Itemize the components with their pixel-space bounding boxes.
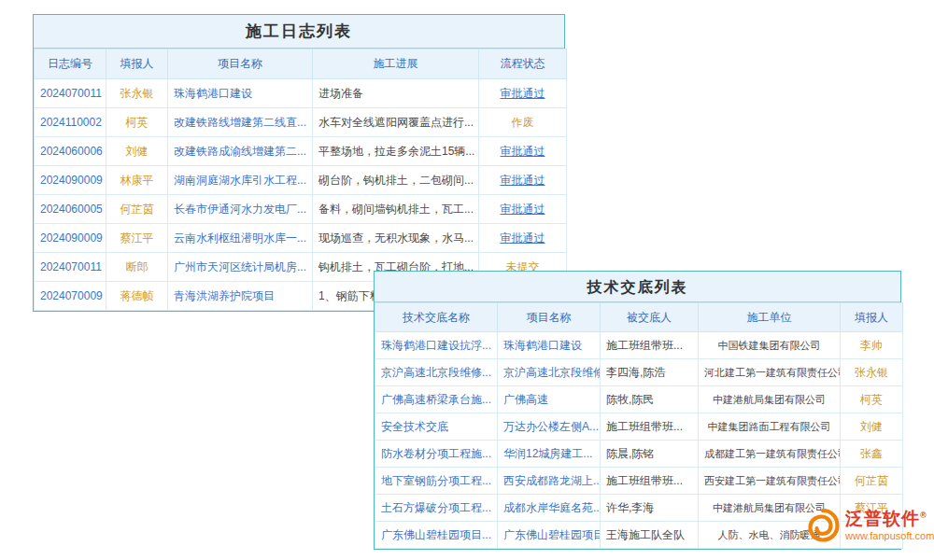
project-cell[interactable]: 长春市伊通河水力发电厂...: [168, 195, 313, 224]
registered-mark: ®: [920, 510, 927, 519]
unit-cell: 中国铁建集团有限公司: [699, 332, 841, 359]
progress-cell: 现场巡查，无积水现象，水马...: [313, 224, 479, 253]
reporter-cell: 柯英: [106, 108, 168, 137]
disclosure-name-cell[interactable]: 地下室钢筋分项工程...: [375, 468, 498, 495]
project-cell[interactable]: 华润12城房建工...: [498, 441, 601, 468]
progress-cell: 进场准备: [313, 79, 479, 108]
unit-cell: 成都建工第一建筑有限责任公司: [699, 441, 841, 468]
log-id-cell[interactable]: 2024060005: [35, 195, 106, 224]
reporter-cell: 蔡江平: [106, 224, 168, 253]
table-row: 2024110002 柯英 改建铁路线增建第二线直... 水车对全线遮阳网覆盖点…: [35, 108, 567, 137]
status-cell[interactable]: 审批通过: [479, 137, 567, 166]
receiver-cell: 施工班组带班...: [601, 413, 699, 441]
project-cell[interactable]: 广东佛山碧桂园项目: [498, 522, 601, 549]
project-cell[interactable]: 广州市天河区统计局机房...: [168, 253, 313, 282]
table-row: 2024060006 刘健 改建铁路成渝线增建第二... 平整场地，拉走多余泥土…: [35, 137, 567, 166]
disclosure-name-cell[interactable]: 珠海鹤港口建设抗浮...: [375, 332, 498, 359]
unit-cell: 西安建工第一建筑有限责任公司: [699, 468, 841, 495]
col-header-project: 项目名称: [498, 303, 601, 332]
log-id-cell[interactable]: 2024110002: [35, 108, 106, 137]
col-header-project: 项目名称: [168, 49, 313, 79]
construction-log-title: 施工日志列表: [34, 15, 564, 49]
progress-cell: 备料，砌间墙钩机排土，瓦工...: [313, 195, 479, 224]
disclosure-name-cell[interactable]: 广佛高速桥梁承台施...: [375, 386, 498, 413]
log-id-cell[interactable]: 2024060006: [35, 137, 106, 166]
tech-disclosure-header: 技术交底名称 项目名称 被交底人 施工单位 填报人: [375, 303, 903, 332]
project-cell[interactable]: 西安成都路龙湖上...: [498, 468, 601, 495]
col-header-receiver: 被交底人: [601, 303, 699, 332]
reporter-cell: 柯英: [841, 386, 903, 413]
disclosure-name-cell[interactable]: 防水卷材分项工程施...: [375, 441, 498, 468]
disclosure-name-cell[interactable]: 京沪高速北京段维修...: [375, 359, 498, 386]
table-row: 2024090009 蔡江平 云南水利枢纽潜明水库一... 现场巡查，无积水现象…: [35, 224, 567, 253]
log-id-cell[interactable]: 2024070011: [35, 79, 106, 108]
disclosure-name-cell[interactable]: 安全技术交底: [375, 413, 498, 441]
reporter-cell: 何芷茵: [841, 468, 903, 495]
disclosure-name-cell[interactable]: 土石方爆破分项工程...: [375, 495, 498, 522]
status-cell[interactable]: 审批通过: [479, 195, 567, 224]
unit-cell: 中建港航局集团有限公司: [699, 386, 841, 413]
col-header-reporter: 填报人: [106, 49, 168, 79]
reporter-cell: 林康平: [106, 166, 168, 195]
project-cell[interactable]: 改建铁路线增建第二线直...: [168, 108, 313, 137]
receiver-cell: 陈牧,陈民: [601, 386, 699, 413]
table-row: 2024060005 何芷茵 长春市伊通河水力发电厂... 备料，砌间墙钩机排土…: [35, 195, 567, 224]
reporter-cell: 断郎: [106, 253, 168, 282]
reporter-cell: 张鑫: [841, 441, 903, 468]
project-cell[interactable]: 青海洪湖养护院项目: [168, 282, 313, 311]
col-header-log-id: 日志编号: [35, 49, 106, 79]
reporter-cell: 刘健: [841, 413, 903, 441]
logo-name: 泛普软件®: [845, 510, 934, 529]
tech-disclosure-title: 技术交底列表: [375, 272, 900, 302]
fanpu-swirl-icon: [803, 507, 841, 544]
header-row: 技术交底名称 项目名称 被交底人 施工单位 填报人: [375, 303, 903, 332]
receiver-cell: 许华,李海: [601, 495, 699, 522]
reporter-cell: 何芷茵: [106, 195, 168, 224]
status-cell[interactable]: 作废: [479, 108, 567, 137]
table-row: 防水卷材分项工程施... 华润12城房建工... 陈晨,陈铭 成都建工第一建筑有…: [375, 441, 903, 468]
project-cell[interactable]: 京沪高速北京段维修: [498, 359, 601, 386]
status-cell[interactable]: 审批通过: [479, 79, 567, 108]
status-cell[interactable]: 审批通过: [479, 224, 567, 253]
construction-log-panel: 施工日志列表 日志编号 填报人 项目名称 施工进展 流程状态 202407001…: [33, 14, 565, 312]
col-header-reporter: 填报人: [841, 303, 903, 332]
unit-cell: 河北建工第一建筑有限责任公司: [699, 359, 841, 386]
table-row: 2024070011 张永银 珠海鹤港口建设 进场准备 审批通过: [35, 79, 567, 108]
col-header-unit: 施工单位: [699, 303, 841, 332]
project-cell[interactable]: 珠海鹤港口建设: [498, 332, 601, 359]
reporter-cell: 刘健: [106, 137, 168, 166]
table-row: 地下室钢筋分项工程... 西安成都路龙湖上... 施工班组带班... 西安建工第…: [375, 468, 903, 495]
project-cell[interactable]: 改建铁路成渝线增建第二...: [168, 137, 313, 166]
disclosure-name-cell[interactable]: 广东佛山碧桂园项目...: [375, 522, 498, 549]
reporter-cell: 蒋德帧: [106, 282, 168, 311]
reporter-cell: 张永银: [841, 359, 903, 386]
project-cell[interactable]: 云南水利枢纽潜明水库一...: [168, 224, 313, 253]
fanpu-logo: 泛普软件® www.fanpusoft.com: [803, 507, 934, 544]
table-row: 2024090009 林康平 湖南洞庭湖水库引水工程... 砌台阶，钩机排土，二…: [35, 166, 567, 195]
table-row: 珠海鹤港口建设抗浮... 珠海鹤港口建设 施工班组带班... 中国铁建集团有限公…: [375, 332, 903, 359]
reporter-cell: 李帅: [841, 332, 903, 359]
log-id-cell[interactable]: 2024090009: [35, 224, 106, 253]
log-id-cell[interactable]: 2024070009: [35, 282, 106, 311]
col-header-disclosure-name: 技术交底名称: [375, 303, 498, 332]
col-header-progress: 施工进展: [313, 49, 479, 79]
receiver-cell: 王海施工队全队: [601, 522, 699, 549]
project-cell[interactable]: 万达办公楼左侧A...: [498, 413, 601, 441]
reporter-cell: 张永银: [106, 79, 168, 108]
logo-url: www.fanpusoft.com: [845, 530, 934, 541]
table-row: 京沪高速北京段维修... 京沪高速北京段维修 李四海,陈浩 河北建工第一建筑有限…: [375, 359, 903, 386]
logo-text: 泛普软件® www.fanpusoft.com: [845, 510, 934, 542]
project-cell[interactable]: 成都水岸华庭名苑...: [498, 495, 601, 522]
project-cell[interactable]: 珠海鹤港口建设: [168, 79, 313, 108]
progress-cell: 平整场地，拉走多余泥土15辆...: [313, 137, 479, 166]
project-cell[interactable]: 湖南洞庭湖水库引水工程...: [168, 166, 313, 195]
unit-cell: 中建集团路面工程有限公司: [699, 413, 841, 441]
status-cell[interactable]: 审批通过: [479, 166, 567, 195]
project-cell[interactable]: 广佛高速: [498, 386, 601, 413]
receiver-cell: 陈晨,陈铭: [601, 441, 699, 468]
log-id-cell[interactable]: 2024090009: [35, 166, 106, 195]
log-id-cell[interactable]: 2024070011: [35, 253, 106, 282]
col-header-status: 流程状态: [479, 49, 567, 79]
header-row: 日志编号 填报人 项目名称 施工进展 流程状态: [35, 49, 567, 79]
progress-cell: 水车对全线遮阳网覆盖点进行...: [313, 108, 479, 137]
